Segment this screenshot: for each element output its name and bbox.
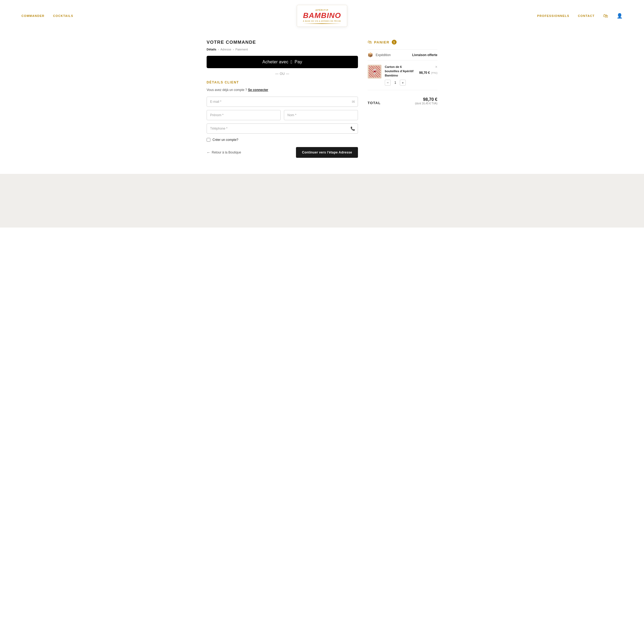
form-actions: ← Retour à la Boutique Continuer vers l'…: [207, 147, 358, 158]
or-divider: — OU —: [207, 72, 358, 76]
cart-sidebar: 🛍 PANIER 1 📦 Expédition Livraison offert…: [368, 40, 437, 105]
breadcrumb-arrow2: ›: [233, 48, 234, 51]
logo-tagline: À BASE DE VIN & ARÔMES DE PÊCHE: [303, 20, 341, 22]
page-wrapper: VOTRE COMMANDE Détails › Adresse › Paiem…: [201, 32, 443, 174]
continue-button[interactable]: Continuer vers l'étape Adresse: [296, 147, 358, 158]
prenom-input[interactable]: [207, 110, 281, 120]
login-prompt: Vous avez déjà un compte ? Se connecter: [207, 88, 358, 92]
nom-input[interactable]: [284, 110, 358, 120]
cart-bag-icon: 🛍: [368, 40, 372, 45]
apple-pay-text: Pay: [295, 60, 302, 64]
shipping-value: Livraison offerte: [412, 53, 437, 57]
section-title: DÉTAILS CLIENT: [207, 81, 358, 84]
cart-badge: 1: [392, 40, 397, 45]
cart-item-info: Carton de 6 bouteilles d'Apéritif Bambin…: [385, 65, 416, 86]
nav-contact[interactable]: CONTACT: [578, 14, 595, 17]
logo-area[interactable]: APÉRITIF BAMBINO À BASE DE VIN & ARÔMES …: [297, 5, 347, 27]
cart-total-label: TOTAL: [368, 101, 381, 105]
apple-pay-button[interactable]: Acheter avec  Pay: [207, 56, 358, 68]
footer-gray: [0, 174, 644, 228]
cart-total-amount: 98,70 € (dont 16,45 € TVA): [415, 97, 437, 105]
qty-value: 1: [393, 81, 398, 85]
prenom-field-group: [207, 110, 281, 120]
qty-decrease-button[interactable]: −: [385, 80, 391, 86]
shipping-icon: 📦: [368, 52, 373, 57]
navbar: COMMANDER COCKTAILS APÉRITIF BAMBINO À B…: [0, 0, 644, 32]
cart-title: PANIER: [374, 40, 390, 44]
apple-pay-label: Acheter avec: [262, 60, 288, 64]
apple-logo-icon: : [291, 60, 292, 64]
breadcrumb-arrow1: ›: [218, 48, 219, 51]
create-account-label[interactable]: Créer un compte?: [213, 138, 238, 142]
breadcrumb-step2: Adresse: [220, 48, 231, 51]
cart-item: Carton de 6 bouteilles d'Apéritif Bambin…: [368, 65, 437, 90]
nom-field-group: [284, 110, 358, 120]
cart-header: 🛍 PANIER 1: [368, 40, 437, 45]
cart-icon[interactable]: 🛍: [603, 13, 608, 19]
email-field-group: ✉: [207, 97, 358, 107]
nav-commander[interactable]: COMMANDER: [21, 14, 45, 17]
back-label: Retour à la Boutique: [212, 151, 241, 154]
user-icon[interactable]: 👤: [617, 13, 623, 19]
nav-professionnels[interactable]: PROFESSIONNELS: [537, 14, 569, 17]
create-account-row: Créer un compte?: [207, 138, 358, 142]
nav-cocktails[interactable]: COCKTAILS: [53, 14, 73, 17]
product-image: [368, 65, 382, 79]
cart-item-qty: − 1 +: [385, 80, 416, 86]
breadcrumb: Détails › Adresse › Paiement: [207, 48, 358, 51]
email-input[interactable]: [207, 97, 358, 107]
qty-increase-button[interactable]: +: [400, 80, 406, 86]
breadcrumb-step3: Paiement: [235, 48, 248, 51]
nav-right: PROFESSIONNELS CONTACT 🛍 👤: [347, 13, 623, 19]
create-account-checkbox[interactable]: [207, 138, 210, 142]
cart-total-tax: (dont 16,45 € TVA): [415, 102, 437, 105]
back-link[interactable]: ← Retour à la Boutique: [207, 150, 241, 155]
cart-total-price: 98,70 €: [415, 97, 437, 102]
cart-item-name: Carton de 6 bouteilles d'Apéritif Bambin…: [385, 65, 416, 78]
nav-left: COMMANDER COCKTAILS: [21, 14, 297, 17]
login-link[interactable]: Se connecter: [248, 88, 268, 92]
back-arrow-icon: ←: [207, 150, 210, 155]
cart-item-remove[interactable]: ×: [435, 65, 437, 69]
telephone-input[interactable]: [207, 123, 358, 134]
checkout-main: VOTRE COMMANDE Détails › Adresse › Paiem…: [207, 40, 358, 158]
logo-aperitif: APÉRITIF: [303, 9, 341, 11]
shipping-row: 📦 Expédition Livraison offerte: [368, 49, 437, 60]
cart-total-row: TOTAL 98,70 € (dont 16,45 € TVA): [368, 94, 437, 105]
name-fields-row: [207, 110, 358, 120]
logo-box: APÉRITIF BAMBINO À BASE DE VIN & ARÔMES …: [297, 5, 347, 27]
shipping-label: Expédition: [376, 53, 409, 57]
cart-item-ttc: (TTC): [431, 72, 438, 74]
breadcrumb-step1: Détails: [207, 48, 216, 51]
page-title: VOTRE COMMANDE: [207, 40, 358, 45]
logo-bambino: BAMBINO: [303, 12, 341, 19]
login-prompt-text: Vous avez déjà un compte ?: [207, 88, 247, 92]
telephone-field-group: 📞: [207, 123, 358, 134]
logo-underline: [303, 23, 341, 24]
cart-item-price: 98,70 €: [419, 71, 430, 75]
